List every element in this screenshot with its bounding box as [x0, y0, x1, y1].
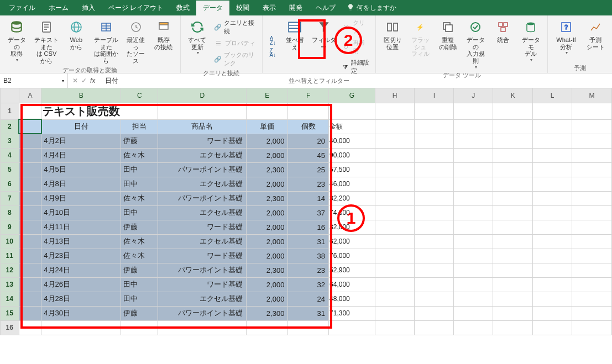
cell-G8[interactable]: 74,000 [329, 205, 375, 220]
cell-C7[interactable]: 佐々木 [121, 191, 158, 205]
cell-L16[interactable] [532, 320, 572, 335]
cell-F11[interactable]: 38 [288, 249, 329, 263]
cell-K11[interactable] [493, 249, 532, 263]
row-header-6[interactable]: 6 [1, 177, 19, 191]
cell-M10[interactable] [572, 234, 612, 249]
cell-E12[interactable]: 2,300 [247, 263, 288, 277]
cell-F10[interactable]: 31 [288, 234, 329, 249]
cell-D12[interactable]: パワーポイント基礎 [158, 263, 247, 277]
cell-A3[interactable] [19, 134, 41, 148]
cell-B15[interactable]: 4月30日 [41, 306, 121, 320]
cell-J11[interactable] [454, 249, 493, 263]
cell-F1[interactable] [288, 103, 329, 119]
cell-A11[interactable] [19, 249, 41, 263]
cell-M3[interactable] [572, 134, 612, 148]
cell-J6[interactable] [454, 177, 493, 191]
col-header-H[interactable]: H [375, 88, 415, 103]
cell-D8[interactable]: エクセル基礎 [158, 205, 247, 220]
cell-I8[interactable] [415, 205, 454, 220]
text-to-columns-button[interactable]: 区切り位置 [379, 18, 406, 71]
row-header-12[interactable]: 12 [1, 263, 19, 277]
flash-fill-button[interactable]: ⚡フラッシュ フィル [407, 18, 433, 71]
cell-J3[interactable] [454, 134, 493, 148]
cell-G7[interactable]: 32,200 [329, 191, 375, 205]
cell-L5[interactable] [532, 162, 572, 177]
cell-D10[interactable]: エクセル基礎 [158, 234, 247, 249]
reapply-button[interactable]: ↻再適用 [339, 38, 372, 56]
cell-C11[interactable]: 佐々木 [121, 249, 158, 263]
refresh-all-button[interactable]: すべて 更新▾ [184, 18, 211, 68]
cell-C16[interactable] [121, 320, 158, 335]
tell-me[interactable]: 何をしますか [347, 3, 396, 13]
cell-B5[interactable]: 4月5日 [41, 162, 121, 177]
cell-M12[interactable] [572, 263, 612, 277]
cell-K8[interactable] [493, 205, 532, 220]
cell-J16[interactable] [454, 320, 493, 335]
cell-I16[interactable] [415, 320, 454, 335]
cell-D1[interactable] [158, 103, 247, 119]
cell-I12[interactable] [415, 263, 454, 277]
cell-H5[interactable] [375, 162, 415, 177]
cell-M11[interactable] [572, 249, 612, 263]
cell-D4[interactable]: エクセル基礎 [158, 148, 247, 162]
sort-button[interactable]: 並べ替え [281, 18, 308, 76]
from-text-csv-button[interactable]: テキストまた は CSV から [31, 18, 62, 66]
cell-G2[interactable]: 金額 [329, 119, 375, 134]
cell-L15[interactable] [532, 306, 572, 320]
remove-duplicates-button[interactable]: 重複 の削除 [435, 18, 461, 71]
cell-H14[interactable] [375, 292, 415, 306]
tab-home[interactable]: ホーム [42, 1, 75, 15]
row-header-7[interactable]: 7 [1, 191, 19, 205]
cell-H2[interactable] [375, 119, 415, 134]
cell-L4[interactable] [532, 148, 572, 162]
cell-H9[interactable] [375, 220, 415, 234]
cell-E8[interactable]: 2,000 [247, 205, 288, 220]
cell-B10[interactable]: 4月13日 [41, 234, 121, 249]
cell-D2[interactable]: 商品名 [158, 119, 247, 134]
cell-C15[interactable]: 伊藤 [121, 306, 158, 320]
tab-review[interactable]: 校閲 [229, 1, 256, 15]
sort-asc-button[interactable]: AZ↓ [266, 35, 279, 46]
cell-G13[interactable]: 64,000 [329, 277, 375, 292]
cell-B12[interactable]: 4月24日 [41, 263, 121, 277]
cell-B13[interactable]: 4月26日 [41, 277, 121, 292]
col-header-A[interactable]: A [19, 88, 41, 103]
row-header-4[interactable]: 4 [1, 148, 19, 162]
cell-H6[interactable] [375, 177, 415, 191]
row-header-10[interactable]: 10 [1, 234, 19, 249]
tab-help[interactable]: ヘルプ [309, 1, 342, 15]
cell-A15[interactable] [19, 306, 41, 320]
col-header-C[interactable]: C [121, 88, 158, 103]
cell-I6[interactable] [415, 177, 454, 191]
cell-B1[interactable]: テキスト販売数 [41, 103, 121, 119]
col-header-G[interactable]: G [329, 88, 375, 103]
cell-C6[interactable]: 田中 [121, 177, 158, 191]
cell-K13[interactable] [493, 277, 532, 292]
cell-M2[interactable] [572, 119, 612, 134]
cell-J13[interactable] [454, 277, 493, 292]
col-header-D[interactable]: D [158, 88, 247, 103]
row-header-8[interactable]: 8 [1, 205, 19, 220]
cell-C5[interactable]: 田中 [121, 162, 158, 177]
cell-G6[interactable]: 46,000 [329, 177, 375, 191]
row-header-13[interactable]: 13 [1, 277, 19, 292]
forecast-sheet-button[interactable]: 予測 シート [582, 18, 609, 56]
cell-E9[interactable]: 2,000 [247, 220, 288, 234]
queries-connections-button[interactable]: 🔗クエリと接続 [212, 18, 259, 36]
cell-L10[interactable] [532, 234, 572, 249]
cell-J15[interactable] [454, 306, 493, 320]
cell-J2[interactable] [454, 119, 493, 134]
cell-M8[interactable] [572, 205, 612, 220]
cell-J9[interactable] [454, 220, 493, 234]
name-box[interactable]: B2▾ [0, 73, 68, 88]
cell-A4[interactable] [19, 148, 41, 162]
cell-K14[interactable] [493, 292, 532, 306]
cell-F8[interactable]: 37 [288, 205, 329, 220]
recent-sources-button[interactable]: 最近使っ たソース [123, 18, 149, 66]
cell-H7[interactable] [375, 191, 415, 205]
cell-K5[interactable] [493, 162, 532, 177]
data-model-button[interactable]: データ モ デル▾ [517, 18, 544, 71]
cell-K16[interactable] [493, 320, 532, 335]
cell-B8[interactable]: 4月10日 [41, 205, 121, 220]
cell-F14[interactable]: 24 [288, 292, 329, 306]
